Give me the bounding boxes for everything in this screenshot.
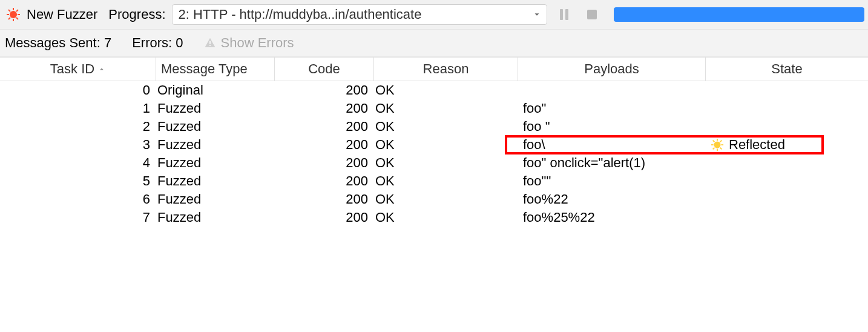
col-task-id[interactable]: Task ID (0, 58, 156, 81)
toolbar: New Fuzzer Progress: 2: HTTP - http://mu… (0, 0, 868, 30)
stop-button[interactable] (581, 4, 603, 25)
cell-message-type: Fuzzed (156, 137, 275, 153)
cell-message-type: Fuzzed (156, 210, 275, 225)
cell-task-id: 5 (0, 173, 156, 189)
svg-rect-9 (209, 41, 211, 44)
status-row: Messages Sent: 7 Errors: 0 Show Errors (0, 30, 868, 57)
cell-payload: foo"" (518, 173, 706, 189)
col-payloads-label: Payloads (584, 61, 639, 77)
svg-line-8 (16, 10, 18, 12)
progress-label: Progress: (108, 7, 165, 22)
cell-payload: foo%25%22 (518, 210, 706, 225)
col-reason[interactable]: Reason (374, 58, 518, 81)
progress-bar (614, 7, 864, 22)
svg-point-11 (714, 142, 721, 148)
cell-payload: foo%22 (518, 191, 706, 207)
show-errors-button[interactable]: Show Errors (204, 35, 294, 51)
col-reason-label: Reason (423, 61, 469, 77)
cell-message-type: Original (156, 82, 275, 98)
svg-point-0 (10, 11, 17, 18)
svg-line-18 (713, 148, 715, 150)
cell-code: 200 (275, 82, 374, 98)
progress-select-value: 2: HTTP - http://muddyba..in/authenticat… (179, 7, 422, 22)
cell-code: 200 (275, 173, 374, 189)
table-body: 0Original200OK1Fuzzed200OKfoo"2Fuzzed200… (0, 81, 868, 227)
svg-line-17 (720, 148, 722, 150)
messages-sent-value: 7 (104, 35, 111, 50)
svg-line-19 (720, 141, 722, 142)
col-code[interactable]: Code (275, 58, 374, 81)
cell-task-id: 3 (0, 137, 156, 153)
cell-task-id: 0 (0, 82, 156, 98)
cell-reason: OK (374, 82, 518, 98)
cell-reason: OK (374, 210, 518, 225)
chevron-down-icon (533, 10, 541, 19)
cell-state: Reflected (706, 137, 868, 153)
cell-reason: OK (374, 173, 518, 189)
cell-code: 200 (275, 119, 374, 134)
fuzzer-icon (6, 7, 21, 22)
errors-value: 0 (176, 35, 183, 50)
table-header: Task ID Message Type Code Reason Payload… (0, 57, 868, 81)
col-task-id-label: Task ID (50, 61, 94, 77)
table-row[interactable]: 2Fuzzed200OKfoo " (0, 118, 868, 136)
show-errors-label: Show Errors (221, 35, 294, 51)
cell-task-id: 4 (0, 155, 156, 171)
cell-reason: OK (374, 119, 518, 134)
cell-payload: foo " (518, 119, 706, 134)
col-code-label: Code (308, 61, 340, 77)
pause-button[interactable] (553, 4, 575, 25)
svg-line-5 (8, 10, 10, 12)
table-row[interactable]: 7Fuzzed200OKfoo%25%22 (0, 208, 868, 227)
cell-code: 200 (275, 155, 374, 171)
new-fuzzer-button[interactable]: New Fuzzer (27, 7, 97, 22)
table-row[interactable]: 6Fuzzed200OKfoo%22 (0, 190, 868, 208)
table-row[interactable]: 4Fuzzed200OKfoo" onclick="alert(1) (0, 154, 868, 172)
table-row[interactable]: 0Original200OK (0, 81, 868, 99)
cell-message-type: Fuzzed (156, 101, 275, 116)
errors-count: Errors: 0 (132, 35, 183, 51)
stop-icon (587, 10, 597, 19)
cell-task-id: 1 (0, 101, 156, 116)
cell-message-type: Fuzzed (156, 119, 275, 134)
cell-message-type: Fuzzed (156, 155, 275, 171)
errors-label: Errors: (132, 35, 172, 50)
col-message-type[interactable]: Message Type (156, 58, 275, 81)
reflected-icon (711, 138, 724, 151)
col-message-type-label: Message Type (161, 61, 248, 77)
svg-line-16 (713, 141, 715, 142)
cell-code: 200 (275, 137, 374, 153)
warning-icon (204, 37, 216, 49)
table-row[interactable]: 1Fuzzed200OKfoo" (0, 99, 868, 118)
cell-payload: foo\ (518, 137, 706, 153)
col-state[interactable]: State (706, 58, 868, 81)
svg-line-6 (16, 18, 18, 19)
cell-task-id: 2 (0, 119, 156, 134)
cell-payload: foo" (518, 101, 706, 116)
progress-select[interactable]: 2: HTTP - http://muddyba..in/authenticat… (172, 4, 547, 25)
results-table: Task ID Message Type Code Reason Payload… (0, 57, 868, 227)
messages-sent: Messages Sent: 7 (5, 35, 111, 51)
messages-sent-label: Messages Sent: (5, 35, 100, 50)
table-row[interactable]: 3Fuzzed200OKfoo\Reflected (0, 136, 868, 154)
pause-icon (560, 9, 568, 20)
svg-line-7 (8, 18, 10, 19)
cell-reason: OK (374, 101, 518, 116)
col-payloads[interactable]: Payloads (518, 58, 706, 81)
cell-code: 200 (275, 210, 374, 225)
col-state-label: State (771, 61, 802, 77)
cell-code: 200 (275, 101, 374, 116)
cell-task-id: 6 (0, 191, 156, 207)
cell-message-type: Fuzzed (156, 191, 275, 207)
cell-message-type: Fuzzed (156, 173, 275, 189)
cell-task-id: 7 (0, 210, 156, 225)
cell-code: 200 (275, 191, 374, 207)
svg-rect-10 (209, 45, 211, 46)
table-row[interactable]: 5Fuzzed200OKfoo"" (0, 172, 868, 190)
cell-payload: foo" onclick="alert(1) (518, 155, 706, 171)
cell-reason: OK (374, 191, 518, 207)
cell-reason: OK (374, 137, 518, 153)
sort-asc-icon (98, 65, 105, 73)
cell-reason: OK (374, 155, 518, 171)
